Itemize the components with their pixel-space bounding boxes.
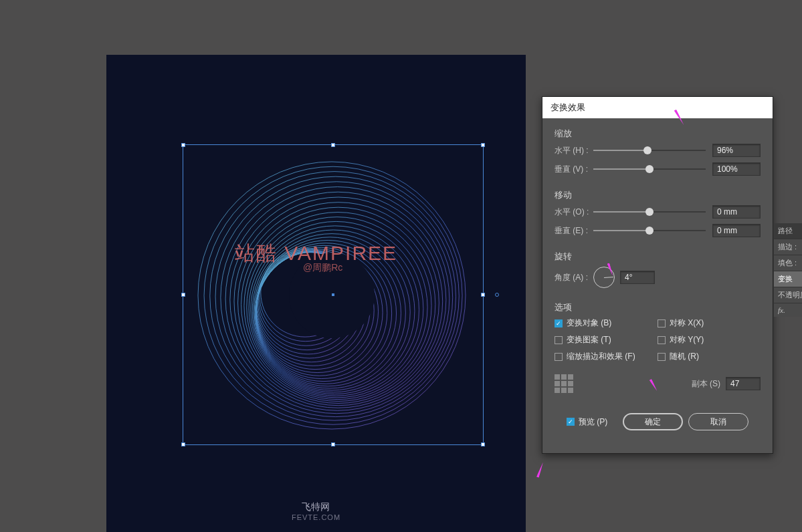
move-v-label: 垂直 (E) : [555,225,593,237]
handle-top-left[interactable] [181,143,185,147]
anchor-grid[interactable] [555,374,573,393]
handle-mid-left[interactable] [181,293,185,297]
panel-fill[interactable]: 填色 : [774,255,802,271]
section-rotate-label: 旋转 [555,251,761,263]
move-h-label: 水平 (O) : [555,207,593,218]
canvas-footer: 飞特网 FEVTE.COM [292,501,340,521]
section-options-label: 选项 [555,301,761,313]
checkbox-icon [658,319,666,327]
selection-center [332,293,334,296]
opt-transform-object[interactable]: ✓ 变换对象 (B) [555,317,658,329]
handle-mid-right[interactable] [481,293,485,297]
handle-bot-right[interactable] [481,442,485,446]
slider-thumb[interactable] [645,208,654,216]
opt-random[interactable]: 随机 (R) [658,351,761,362]
move-h-input[interactable] [712,205,761,219]
scale-h-input[interactable] [712,144,761,157]
move-v-slider[interactable] [593,230,706,231]
slider-thumb[interactable] [643,146,651,154]
checkbox-icon [658,336,666,344]
angle-input[interactable] [620,271,655,284]
footer-line2: FEVTE.COM [292,513,340,521]
checkbox-icon [658,353,666,361]
panel-opacity[interactable]: 不透明度 [774,287,802,303]
checkbox-icon: ✓ [567,418,575,426]
slider-thumb[interactable] [645,165,654,173]
selection-box[interactable] [183,144,484,445]
footer-line1: 飞特网 [292,501,340,513]
checkbox-icon [555,336,563,344]
slider-thumb[interactable] [645,227,654,235]
appearance-panel: 路径 描边 : 填色 : 变换 不透明度 fx. [774,223,802,317]
selection-side-anchor[interactable] [495,293,499,297]
angle-dial[interactable] [593,267,615,288]
section-move-label: 移动 [555,189,761,201]
copies-input[interactable] [726,377,761,390]
scale-v-slider[interactable] [593,168,706,170]
panel-transform[interactable]: 变换 [774,271,802,287]
dialog-title: 变换效果 [542,97,773,118]
scale-h-slider[interactable] [593,150,706,151]
opt-mirror-y[interactable]: 对称 Y(Y) [658,334,761,346]
section-scale-label: 缩放 [555,128,761,140]
handle-top-mid[interactable] [331,143,335,147]
scale-v-label: 垂直 (V) : [555,164,593,175]
opt-mirror-x[interactable]: 对称 X(X) [658,317,761,329]
panel-title: 路径 [774,223,802,239]
move-h-slider[interactable] [593,211,706,213]
checkbox-icon: ✓ [555,319,563,327]
transform-effect-dialog: 变换效果 缩放 水平 (H) : 垂直 (V) : 移动 水平 (O) : [542,96,773,454]
scale-h-label: 水平 (H) : [555,145,593,156]
copies-label: 副本 (S) [692,378,720,390]
panel-fx[interactable]: fx. [774,303,802,317]
handle-bot-mid[interactable] [331,442,335,446]
move-v-input[interactable] [712,224,761,237]
handle-bot-left[interactable] [181,442,185,446]
preview-checkbox[interactable]: ✓ 预览 (P) [567,416,607,428]
angle-label: 角度 (A) : [555,272,588,283]
checkbox-icon [555,353,563,361]
canvas-artboard[interactable]: (function(){ var g=document.getElementBy… [106,55,526,532]
ok-button[interactable]: 确定 [623,413,683,430]
scale-v-input[interactable] [712,162,761,176]
opt-transform-pattern[interactable]: 变换图案 (T) [555,334,658,346]
cancel-button[interactable]: 取消 [688,413,748,430]
panel-stroke[interactable]: 描边 : [774,239,802,255]
handle-top-right[interactable] [481,143,485,147]
opt-scale-stroke[interactable]: 缩放描边和效果 (F) [555,351,658,362]
